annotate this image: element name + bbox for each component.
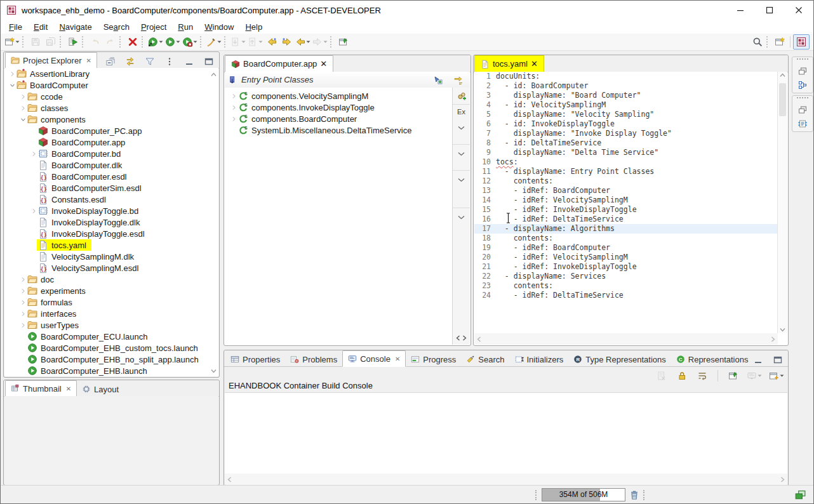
- link-with-editor-button[interactable]: [123, 55, 138, 69]
- scroll-down-icon[interactable]: [778, 328, 787, 332]
- generate-code-button[interactable]: [65, 35, 81, 49]
- entry-point-item[interactable]: Scomponents.BoardComputer: [225, 113, 453, 124]
- code-line[interactable]: 8 - id: DeltaTimeService: [474, 138, 778, 148]
- restore-view-icon[interactable]: [797, 105, 808, 115]
- scroll-right-icon[interactable]: [780, 475, 785, 484]
- code-line[interactable]: 3 displayName: "Board Computer": [474, 91, 778, 100]
- palette-category-collapsed[interactable]: [453, 208, 470, 225]
- console-output[interactable]: [225, 393, 787, 474]
- tree-item[interactable]: {}BoardComputer.esdl: [4, 171, 218, 182]
- code-line[interactable]: 4 - id: VelocitySamplingM: [474, 100, 778, 110]
- expand-icon[interactable]: [230, 116, 238, 123]
- tab-properties[interactable]: Properties: [225, 352, 285, 367]
- prev-annotation-button[interactable]: [247, 35, 264, 49]
- code-line[interactable]: 1docuUnits:: [474, 72, 778, 81]
- tree-item[interactable]: BoardComputer_EHB_no_split_app.launch: [4, 354, 218, 365]
- code-line[interactable]: 15 - idRef: InvokeDisplayToggle: [474, 205, 778, 215]
- run-experiment-button[interactable]: [147, 35, 164, 49]
- code-line[interactable]: 6 - id: InvokeDisplayToggle: [474, 119, 778, 129]
- tree-item[interactable]: BoardComputer_PC.app: [4, 125, 218, 136]
- menu-navigate[interactable]: Navigate: [53, 21, 97, 33]
- close-icon[interactable]: ✕: [86, 57, 91, 64]
- code-line[interactable]: 14 - idRef: VelocitySamplingM: [474, 196, 778, 205]
- dropdown-arrow-icon[interactable]: [15, 40, 20, 44]
- display-console-button[interactable]: [746, 369, 763, 383]
- tab-tocs-yaml[interactable]: tocs.yaml ✕: [474, 55, 544, 72]
- open-console-button[interactable]: [768, 369, 785, 383]
- dropdown-arrow-icon[interactable]: [158, 40, 164, 44]
- close-icon[interactable]: ✕: [320, 59, 327, 69]
- tab-layout[interactable]: Layout: [77, 381, 124, 397]
- code-line[interactable]: 18 contents:: [474, 234, 778, 243]
- tab-thumbnail[interactable]: Thumbnail✕: [5, 380, 77, 397]
- tab-console[interactable]: Console✕: [342, 350, 406, 367]
- code-line[interactable]: 21 - idRef: InvokeDisplayToggle: [474, 262, 778, 272]
- collapse-icon[interactable]: [8, 82, 17, 89]
- tab-representations[interactable]: CRepresentations: [671, 352, 754, 367]
- menu-run[interactable]: Run: [172, 21, 199, 33]
- tree-scrollbar[interactable]: [209, 68, 218, 376]
- yaml-horizontal-scrollbar[interactable]: [474, 333, 778, 345]
- run-external-button[interactable]: [182, 35, 199, 49]
- back-button[interactable]: [295, 35, 312, 49]
- filter-button[interactable]: [142, 55, 157, 69]
- restore-windows-icon[interactable]: [794, 489, 806, 500]
- tree-item[interactable]: experiments: [4, 285, 218, 296]
- close-window-button[interactable]: [784, 1, 813, 20]
- scroll-right-icon[interactable]: [771, 335, 775, 344]
- collapse-all-button[interactable]: [103, 55, 118, 69]
- maximize-window-button[interactable]: [755, 1, 784, 20]
- tree-item[interactable]: VelocitySamplingM.dlk: [4, 251, 218, 262]
- word-wrap-button[interactable]: [695, 369, 710, 383]
- expand-icon[interactable]: [30, 150, 38, 157]
- terminate-button[interactable]: [125, 35, 140, 49]
- entry-point-item[interactable]: Scomponents.InvokeDisplayToggle: [225, 102, 453, 113]
- add-entry-point-button[interactable]: [430, 73, 446, 87]
- forward-button[interactable]: [312, 35, 329, 49]
- tree-item[interactable]: interfaces: [4, 308, 218, 319]
- palette-scroll-right-icon[interactable]: [462, 333, 467, 343]
- save-button[interactable]: [28, 35, 43, 49]
- close-icon[interactable]: ✕: [395, 355, 400, 362]
- tab-project-explorer[interactable]: Project Explorer ✕: [5, 52, 97, 69]
- dropdown-arrow-icon[interactable]: [779, 374, 785, 378]
- menu-help[interactable]: Help: [239, 21, 268, 33]
- undo-button[interactable]: [88, 35, 103, 49]
- expand-icon[interactable]: [19, 322, 27, 329]
- clear-console-button[interactable]: [654, 369, 669, 383]
- outline-view-icon[interactable]: [797, 80, 808, 90]
- scroll-up-icon[interactable]: [211, 69, 217, 79]
- tree-item[interactable]: {}BoardComputerSim.esdl: [4, 182, 218, 194]
- tab-initializers[interactable]: Initializers: [510, 352, 569, 367]
- minimize-window-button[interactable]: [726, 1, 755, 20]
- yaml-vertical-scrollbar[interactable]: [777, 72, 787, 333]
- expand-icon[interactable]: [230, 104, 238, 111]
- tree-item[interactable]: {}Constants.esdl: [4, 194, 218, 205]
- properties-view-icon[interactable]: [797, 119, 808, 129]
- scroll-left-icon[interactable]: [227, 475, 232, 484]
- garbage-collect-button[interactable]: [628, 489, 641, 501]
- dropdown-arrow-icon[interactable]: [192, 40, 198, 44]
- tree-item[interactable]: formulas: [4, 296, 218, 308]
- maximize-view-button[interactable]: [770, 353, 785, 367]
- code-line[interactable]: 17 - displayName: Algorithms: [474, 224, 778, 234]
- console-horizontal-scrollbar[interactable]: [225, 474, 787, 485]
- tree-item[interactable]: classes: [4, 102, 218, 114]
- palette-scroll-left-icon[interactable]: [456, 333, 460, 343]
- code-line[interactable]: 10tocs:: [474, 157, 778, 167]
- tree-item[interactable]: BoardComputer_EHB_custom_tocs.launch: [4, 342, 218, 354]
- tab-search[interactable]: Search: [461, 352, 509, 367]
- code-line[interactable]: 22 - displayName: Services: [474, 272, 778, 281]
- expand-icon[interactable]: [30, 208, 38, 215]
- forward-history-button[interactable]: [279, 35, 295, 49]
- code-line[interactable]: 11 - displayName: Entry Point Classes: [474, 167, 778, 176]
- code-line[interactable]: 13 - idRef: BoardComputer: [474, 186, 778, 196]
- tree-item[interactable]: {}InvokeDisplayToggle.esdl: [4, 228, 218, 239]
- code-line[interactable]: 16 - idRef: DeltaTimeService: [474, 215, 778, 224]
- redo-button[interactable]: [103, 35, 118, 49]
- menu-file[interactable]: File: [3, 21, 28, 33]
- dropdown-arrow-icon[interactable]: [217, 40, 222, 44]
- next-annotation-button[interactable]: [230, 35, 247, 49]
- run-button[interactable]: [164, 35, 182, 49]
- tree-item[interactable]: userTypes: [4, 319, 218, 331]
